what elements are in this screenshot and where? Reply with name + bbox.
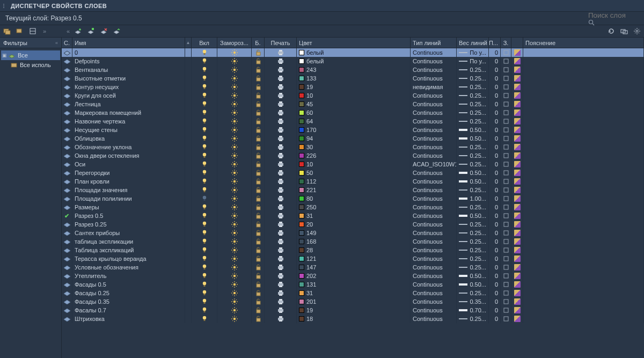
plotstyle-icon[interactable] xyxy=(501,83,511,91)
color-cell[interactable]: 50 xyxy=(297,169,411,177)
color-cell[interactable]: 45 xyxy=(297,100,411,108)
layer-name[interactable]: таблица экспликации xyxy=(72,237,185,246)
on-toggle[interactable] xyxy=(192,57,217,65)
plotstyle-icon[interactable] xyxy=(501,289,511,297)
search-box[interactable] xyxy=(588,11,639,26)
layer-row[interactable]: Перегородки50Continuous0.50...0 xyxy=(62,169,644,177)
color-cell[interactable]: 60 xyxy=(297,108,411,117)
layer-row[interactable]: Фасалы 0.719Continuous0.70...0 xyxy=(62,306,644,315)
description-cell[interactable] xyxy=(523,229,644,237)
linetype-cell[interactable]: Continuous xyxy=(411,263,457,272)
transparency-cell[interactable]: 0 xyxy=(489,237,501,246)
new-layer-button[interactable] xyxy=(73,26,83,36)
chevron-down-icon[interactable]: « xyxy=(55,40,58,46)
collapse-tree-icon[interactable]: « xyxy=(67,28,70,34)
lineweight-cell[interactable]: 0.50... xyxy=(457,169,489,177)
layer-row[interactable]: Сантех приборы149Continuous0.25...0 xyxy=(62,229,644,237)
transparency-cell[interactable]: 0 xyxy=(489,160,501,169)
layer-name[interactable]: Площади полилинии xyxy=(72,194,185,203)
color-cell[interactable]: 221 xyxy=(297,186,411,194)
plot-toggle[interactable] xyxy=(265,306,297,315)
layer-row[interactable]: Лестница45Continuous0.25...0 xyxy=(62,100,644,108)
freeze-toggle[interactable] xyxy=(217,297,252,306)
layer-row[interactable]: Несущие стены170Continuous0.50...0 xyxy=(62,126,644,134)
on-toggle[interactable] xyxy=(192,315,217,323)
layer-row[interactable]: Контур несущих19невидимая0.25...0 xyxy=(62,83,644,91)
transparency-cell[interactable]: 0 xyxy=(489,126,501,134)
layer-row[interactable]: Размеры250Continuous0.25...0 xyxy=(62,203,644,211)
transparency-cell[interactable]: 0 xyxy=(489,117,501,126)
plot-toggle[interactable] xyxy=(265,126,297,134)
layer-row[interactable]: Оси10ACAD_ISO10W1...0.25...0 xyxy=(62,160,644,169)
col-freeze[interactable]: Замороз... xyxy=(217,38,252,48)
color-cell[interactable]: 170 xyxy=(297,126,411,134)
on-toggle[interactable] xyxy=(192,100,217,108)
description-cell[interactable] xyxy=(523,126,644,134)
freeze-toggle[interactable] xyxy=(217,186,252,194)
plotstyle-icon[interactable] xyxy=(501,151,511,160)
description-cell[interactable] xyxy=(523,100,644,108)
newvp-freeze-toggle[interactable] xyxy=(511,237,523,246)
on-toggle[interactable] xyxy=(192,280,217,289)
on-toggle[interactable] xyxy=(192,83,217,91)
freeze-toggle[interactable] xyxy=(217,194,252,203)
plotstyle-icon[interactable] xyxy=(501,263,511,272)
lock-toggle[interactable] xyxy=(252,48,265,57)
on-toggle[interactable] xyxy=(192,151,217,160)
filter-all[interactable]: ▣ Все xyxy=(1,50,60,60)
description-cell[interactable] xyxy=(523,263,644,272)
layer-name[interactable]: Облицовка xyxy=(72,134,185,143)
layer-row[interactable]: 0белыйContinuousПо у...0 xyxy=(62,48,644,57)
on-toggle[interactable] xyxy=(192,117,217,126)
lineweight-cell[interactable]: 0.35... xyxy=(457,297,489,306)
lock-toggle[interactable] xyxy=(252,194,265,203)
col-newvp-freeze[interactable]: З. xyxy=(501,38,511,48)
plot-toggle[interactable] xyxy=(265,143,297,151)
lineweight-cell[interactable]: 0.25... xyxy=(457,289,489,297)
lineweight-cell[interactable]: 0.25... xyxy=(457,65,489,74)
description-cell[interactable] xyxy=(523,186,644,194)
transparency-cell[interactable]: 0 xyxy=(489,246,501,254)
layer-row[interactable]: Фасады 0.5131Continuous0.50...0 xyxy=(62,280,644,289)
description-cell[interactable] xyxy=(523,177,644,186)
color-cell[interactable]: 10 xyxy=(297,91,411,100)
transparency-cell[interactable]: 0 xyxy=(489,306,501,315)
tree-twisty-icon[interactable]: ▣ xyxy=(2,53,7,58)
settings-button[interactable] xyxy=(632,26,642,36)
plot-toggle[interactable] xyxy=(265,220,297,229)
on-toggle[interactable] xyxy=(192,126,217,134)
lock-toggle[interactable] xyxy=(252,65,265,74)
on-toggle[interactable] xyxy=(192,143,217,151)
plotstyle-icon[interactable] xyxy=(501,177,511,186)
plotstyle-icon[interactable] xyxy=(501,74,511,83)
color-cell[interactable]: 201 xyxy=(297,297,411,306)
layer-name[interactable]: Контур несущих xyxy=(72,83,185,91)
description-cell[interactable] xyxy=(523,194,644,203)
lock-toggle[interactable] xyxy=(252,57,265,65)
set-current-button[interactable] xyxy=(112,26,121,36)
layer-row[interactable]: таблица экспликации168Continuous0.25...0 xyxy=(62,237,644,246)
freeze-toggle[interactable] xyxy=(217,100,252,108)
plot-toggle[interactable] xyxy=(265,229,297,237)
newvp-freeze-toggle[interactable] xyxy=(511,220,523,229)
plotstyle-icon[interactable] xyxy=(501,126,511,134)
transparency-cell[interactable]: 0 xyxy=(489,194,501,203)
plotstyle-icon[interactable] xyxy=(501,91,511,100)
plotstyle-icon[interactable] xyxy=(501,100,511,108)
new-filter-button[interactable] xyxy=(2,26,12,36)
layer-name[interactable]: Окна двери остекления xyxy=(72,151,185,160)
lock-toggle[interactable] xyxy=(252,220,265,229)
filter-header[interactable]: Фильтры « xyxy=(0,38,61,48)
color-cell[interactable]: 112 xyxy=(297,177,411,186)
freeze-toggle[interactable] xyxy=(217,169,252,177)
transparency-cell[interactable]: 0 xyxy=(489,177,501,186)
layer-name[interactable]: Круги для осей xyxy=(72,91,185,100)
newvp-freeze-toggle[interactable] xyxy=(511,194,523,203)
linetype-cell[interactable]: Continuous xyxy=(411,117,457,126)
plot-toggle[interactable] xyxy=(265,169,297,177)
plot-toggle[interactable] xyxy=(265,117,297,126)
freeze-toggle[interactable] xyxy=(217,83,252,91)
plot-toggle[interactable] xyxy=(265,272,297,280)
layer-name[interactable]: Вентканалы xyxy=(72,65,185,74)
newvp-freeze-toggle[interactable] xyxy=(511,117,523,126)
